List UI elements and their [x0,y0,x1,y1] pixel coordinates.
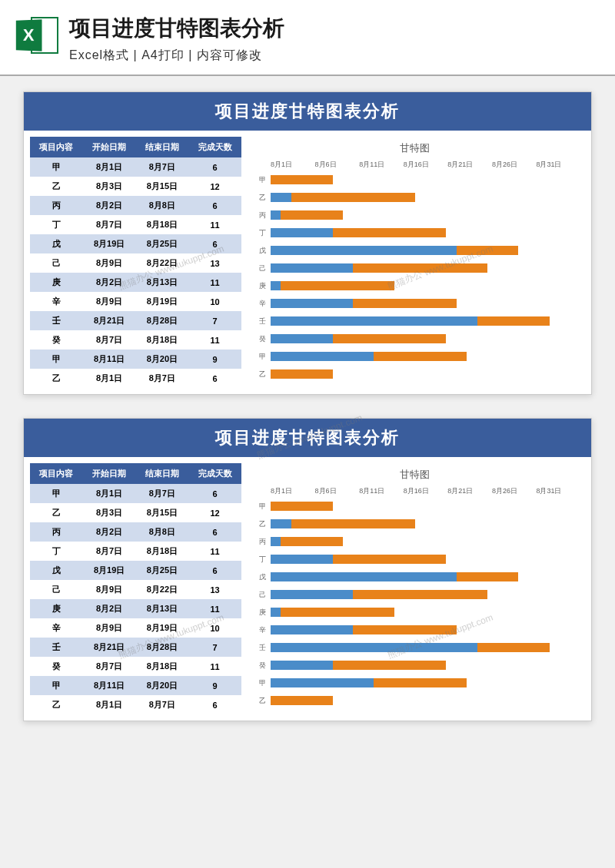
table-cell: 7 [188,638,241,657]
chart-row: 丁 [249,226,580,240]
table-row: 甲8月11日8月20日9 [30,350,241,369]
table-cell: 甲 [30,484,83,503]
table-row: 己8月9日8月22日13 [30,580,241,599]
chart-xaxis: 8月1日8月6日8月11日8月16日8月21日8月26日8月31日 [249,160,580,170]
bar-offset [271,572,457,581]
bar-duration [374,352,467,361]
bar-track [271,316,580,326]
chart-ylabel: 壬 [249,643,271,653]
table-cell: 8月7日 [83,330,136,350]
table-row: 丙8月2日8月8日6 [30,196,241,215]
table-cell: 甲 [30,676,83,695]
table-cell: 8月1日 [83,369,136,388]
bar-track [271,246,580,255]
bar-offset [271,608,281,617]
bar-duration [353,263,487,273]
table-cell: 8月1日 [83,157,136,177]
table-row: 癸8月7日8月18日11 [30,657,241,676]
bar-track [271,696,580,705]
table-cell: 8月9日 [83,292,136,311]
xaxis-tick: 8月16日 [404,160,448,170]
table-cell: 8月19日 [83,234,136,253]
document-header: X 项目进度甘特图表分析 Excel格式 | A4打印 | 内容可修改 [0,0,615,76]
bar-duration [477,643,550,652]
bar-track [271,228,580,237]
table-cell: 8月3日 [83,177,136,196]
chart-row: 己 [249,588,580,601]
doc-subtitle: Excel格式 | A4打印 | 内容可修改 [69,48,284,64]
xaxis-tick: 8月6日 [315,160,360,170]
table-cell: 8月8日 [136,196,189,215]
xaxis-tick: 8月31日 [536,486,580,496]
bar-track [271,175,580,184]
table-row: 乙8月3日8月15日12 [30,503,241,522]
chart-row: 乙 [249,367,580,381]
bar-track [271,678,580,687]
table-cell: 8月28日 [136,638,189,657]
table-row: 己8月9日8月22日13 [30,253,241,273]
table-row: 癸8月7日8月18日11 [30,330,241,350]
table-cell: 8月19日 [136,618,189,638]
xaxis-tick: 8月26日 [492,486,537,496]
bar-offset [271,590,353,599]
bar-track [271,643,580,652]
table-cell: 6 [188,484,241,503]
table-cell: 丙 [30,196,83,215]
chart-row: 丁 [249,552,580,566]
table-cell: 10 [188,618,241,638]
bar-track [271,263,580,273]
bar-offset [271,193,291,202]
table-cell: 乙 [30,503,83,522]
xaxis-tick: 8月1日 [271,486,315,496]
bar-track [271,334,580,343]
table-cell: 甲 [30,350,83,369]
bar-offset [271,228,333,237]
table-row: 戊8月19日8月25日6 [30,561,241,580]
sheet-title-bar: 项目进度甘特图表分析 [24,92,591,131]
table-cell: 8月18日 [136,330,189,350]
chart-title: 甘特图 [249,468,580,482]
chart-row: 壬 [249,314,580,328]
table-cell: 庚 [30,599,83,618]
table-cell: 8月7日 [136,369,189,388]
xaxis-tick: 8月21日 [447,160,492,170]
bar-duration [271,175,333,184]
bar-track [271,502,580,511]
table-cell: 8月18日 [136,215,189,234]
chart-ylabel: 庚 [249,281,271,291]
bar-duration [281,210,343,220]
bar-duration [271,502,333,511]
project-table: 项目内容开始日期结束日期完成天数甲8月1日8月7日6乙8月3日8月15日12丙8… [30,463,241,714]
chart-row: 甲 [249,676,580,690]
table-header: 完成天数 [188,463,241,484]
chart-ylabel: 戊 [249,246,271,256]
bar-duration [291,519,415,528]
bar-track [271,210,580,220]
chart-row: 癸 [249,332,580,346]
chart-row: 戊 [249,244,580,257]
bar-track [271,661,580,670]
table-cell: 辛 [30,618,83,638]
bar-track [271,625,580,634]
doc-title: 项目进度甘特图表分析 [69,14,284,43]
table-row: 乙8月1日8月7日6 [30,369,241,388]
sheet-body: 项目内容开始日期结束日期完成天数甲8月1日8月7日6乙8月3日8月15日12丙8… [24,131,591,394]
chart-ylabel: 甲 [249,502,271,512]
chart-ylabel: 丙 [249,210,271,220]
table-cell: 9 [188,676,241,695]
bar-duration [333,228,447,237]
xaxis-tick: 8月21日 [447,486,492,496]
table-cell: 8月2日 [83,273,136,292]
table-row: 乙8月1日8月7日6 [30,695,241,714]
bar-track [271,281,580,290]
table-cell: 辛 [30,292,83,311]
table-row: 辛8月9日8月19日10 [30,292,241,311]
chart-title: 甘特图 [249,141,580,155]
bar-duration [353,625,456,634]
bar-offset [271,299,353,308]
xaxis-tick: 8月16日 [404,486,448,496]
chart-row: 庚 [249,605,580,619]
bar-offset [271,281,281,290]
table-cell: 8月18日 [136,657,189,676]
table-cell: 11 [188,657,241,676]
